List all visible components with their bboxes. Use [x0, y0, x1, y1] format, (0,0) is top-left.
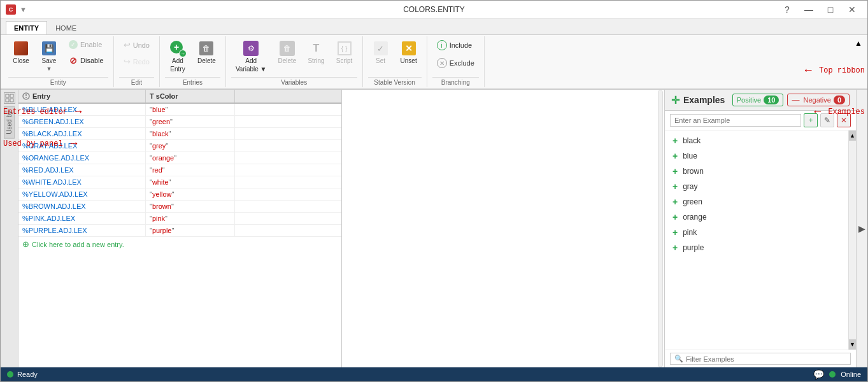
used-by-label[interactable]: Used by	[4, 106, 15, 139]
add-entry-icon: + →	[170, 41, 185, 56]
delete-entry-button[interactable]: 🗑 Delete	[193, 38, 220, 67]
enable-button[interactable]: ✓ Enable	[64, 38, 108, 52]
panel-icon[interactable]	[4, 92, 15, 104]
example-input[interactable]	[670, 114, 801, 127]
entry-cell: %YELLOW.ADJ.LEX	[18, 188, 146, 200]
redo-icon: ↪	[124, 57, 131, 66]
entries-header: Entry T sColor	[18, 90, 341, 104]
filter-box: 🔍	[670, 353, 851, 365]
scolor-cell: "pink"	[146, 213, 235, 224]
negative-tab[interactable]: — Negative 0	[787, 94, 850, 106]
edit-example-button[interactable]: ✎	[820, 113, 834, 127]
entry-cell: %PINK.ADJ.LEX	[18, 213, 146, 224]
example-text: brown	[683, 167, 704, 176]
delete-variable-button[interactable]: 🗑 Delete	[274, 38, 301, 67]
example-item[interactable]: + green	[665, 194, 848, 209]
positive-label: Positive	[737, 96, 762, 104]
scolor-cell: "orange"	[146, 152, 235, 164]
example-text: black	[683, 136, 701, 145]
disable-button[interactable]: ⊘ Disable	[64, 53, 108, 67]
example-item[interactable]: + orange	[665, 209, 848, 225]
script-label: Script	[336, 57, 353, 64]
add-variable-button[interactable]: ⚙ Add Variable ▼	[231, 38, 271, 76]
col-entry-label: Entry	[32, 92, 50, 100]
example-plus-icon: +	[672, 243, 678, 253]
dropdown-arrow[interactable]: ▼	[20, 6, 27, 13]
tab-home[interactable]: HOME	[47, 21, 85, 34]
examples-title: ✛ Examples	[671, 94, 725, 106]
title-bar: C ▼ COLORS.ENTITY ? — □ ✕	[1, 1, 867, 18]
chat-icon[interactable]: 💬	[813, 369, 824, 379]
ribbon-group-entity: Close 💾 Save ▼ ✓ Enable ⊘	[3, 36, 114, 87]
table-row[interactable]: %WHITE.ADJ.LEX "white"	[18, 176, 341, 188]
redo-button[interactable]: ↪ Redo	[119, 54, 154, 69]
col-entry-header: Entry	[18, 90, 146, 103]
entries-table: %BLUE.ADJ.LEX "blue" %GREEN.ADJ.LEX "gre…	[18, 104, 341, 367]
entity-group-label: Entity	[8, 77, 108, 86]
string-button[interactable]: T String	[303, 38, 329, 67]
example-plus-icon: +	[672, 136, 678, 146]
example-item[interactable]: + gray	[665, 179, 848, 194]
minimize-button[interactable]: ?	[777, 3, 797, 16]
table-row[interactable]: %BROWN.ADJ.LEX "brown"	[18, 201, 341, 213]
close-button[interactable]: ✕	[842, 3, 862, 16]
remove-example-button[interactable]: ✕	[837, 113, 851, 127]
maximize-button[interactable]: □	[820, 3, 841, 16]
ribbon-collapse[interactable]: ▲	[852, 36, 865, 50]
table-row[interactable]: %BLUE.ADJ.LEX "blue"	[18, 104, 341, 116]
redo-label: Redo	[133, 58, 150, 66]
save-button-ribbon[interactable]: 💾 Save ▼	[36, 38, 62, 75]
scroll-up-button[interactable]: ▲	[849, 131, 856, 141]
unset-button[interactable]: ✕ Unset	[396, 38, 422, 67]
table-row[interactable]: %RED.ADJ.LEX "red"	[18, 164, 341, 176]
table-row[interactable]: %GRAY.ADJ.LEX "grey"	[18, 140, 341, 152]
svg-rect-1	[10, 94, 13, 97]
scrollbar-track[interactable]	[658, 90, 663, 367]
add-new-entry-row[interactable]: ⊕ Click here to add a new entry.	[18, 237, 341, 251]
ribbon-group-stable: ✓ Set ✕ Unset Stable Version	[363, 36, 427, 87]
add-entry-plus-icon: ⊕	[22, 239, 29, 249]
unset-icon: ✕	[402, 41, 416, 55]
table-row[interactable]: %BLACK.ADJ.LEX "black"	[18, 128, 341, 140]
stable-group-label: Stable Version	[368, 77, 422, 86]
table-row[interactable]: %PINK.ADJ.LEX "pink"	[18, 213, 341, 225]
add-entry-label: Add	[172, 57, 183, 64]
table-row[interactable]: %YELLOW.ADJ.LEX "yellow"	[18, 188, 341, 201]
minimize-button2[interactable]: —	[799, 3, 819, 16]
examples-scrollbar: ▲ ▼	[848, 131, 856, 350]
status-bar: Ready 💬 Online	[1, 367, 867, 381]
close-button-ribbon[interactable]: Close	[8, 38, 34, 67]
add-entry-button[interactable]: + → Add Entry	[165, 38, 190, 76]
example-item[interactable]: + blue	[665, 148, 848, 164]
add-variable-label: Add	[245, 57, 257, 64]
undo-button[interactable]: ↩ Undo	[119, 38, 154, 52]
edit-group-label: Edit	[119, 77, 154, 86]
table-row[interactable]: %GREEN.ADJ.LEX "green"	[18, 116, 341, 128]
filter-input[interactable]	[686, 355, 846, 363]
table-row[interactable]: %PURPLE.ADJ.LEX "purple"	[18, 225, 341, 237]
entry-cell: %PURPLE.ADJ.LEX	[18, 225, 146, 236]
expand-examples-button[interactable]: ▶	[858, 223, 865, 234]
save-label: Save	[42, 57, 57, 64]
include-button[interactable]: i Include	[432, 38, 479, 53]
svg-point-6	[25, 97, 27, 98]
set-button[interactable]: ✓ Set	[368, 38, 394, 67]
example-item[interactable]: + brown	[665, 164, 848, 179]
table-row[interactable]: %ORANGE.ADJ.LEX "orange"	[18, 152, 341, 164]
positive-tab[interactable]: Positive 10	[732, 94, 784, 106]
exclude-button[interactable]: ✕ Exclude	[432, 55, 479, 71]
branching-group-content: i Include ✕ Exclude	[432, 38, 479, 76]
add-example-button[interactable]: +	[804, 113, 818, 127]
script-button[interactable]: { } Script	[332, 38, 357, 67]
scroll-down-button[interactable]: ▼	[849, 339, 856, 350]
tab-entity[interactable]: ENTITY	[6, 21, 47, 34]
svg-rect-0	[6, 94, 9, 97]
scolor-cell: "green"	[146, 116, 235, 127]
unset-label: Unset	[401, 57, 417, 64]
example-item[interactable]: + purple	[665, 240, 848, 255]
entry-header-icon	[22, 92, 30, 100]
save-dropdown[interactable]: ▼	[46, 66, 52, 72]
example-item[interactable]: + black	[665, 133, 848, 148]
example-item[interactable]: + pink	[665, 225, 848, 240]
delete-entry-icon: 🗑	[199, 41, 213, 55]
